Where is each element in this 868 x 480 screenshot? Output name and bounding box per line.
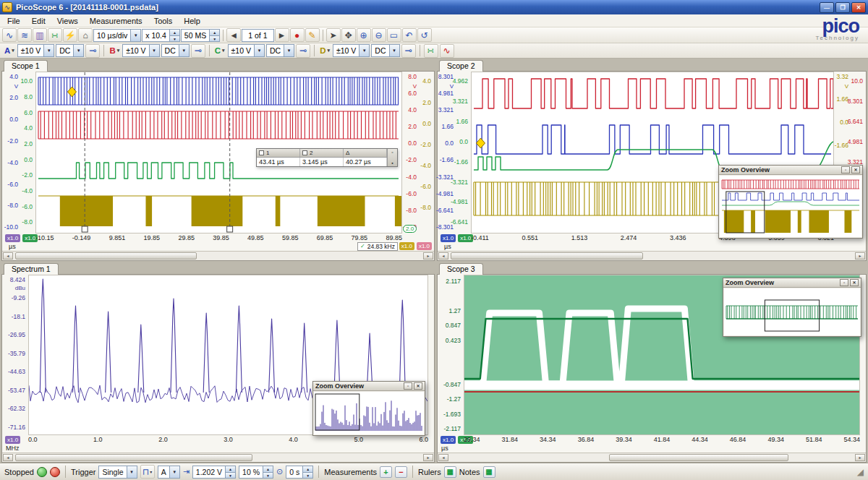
scroll-left-button[interactable]: ◄ bbox=[438, 454, 448, 461]
scope2-scrollbar[interactable]: ◄ ► bbox=[438, 251, 866, 260]
chevron-down-icon[interactable]: ▾ bbox=[127, 466, 137, 478]
close-icon[interactable]: ✕ bbox=[851, 166, 860, 173]
minimize-icon[interactable]: ▫ bbox=[404, 382, 412, 390]
spectrum1-zoom-overview[interactable]: Zoom Overview ▫ ✕ bbox=[312, 381, 425, 436]
home-button[interactable]: ⌂ bbox=[78, 28, 93, 42]
zoom-window-button[interactable]: ▭ bbox=[387, 28, 401, 42]
menu-file[interactable]: File bbox=[1, 16, 26, 26]
chevron-down-icon[interactable]: ▾ bbox=[254, 45, 264, 56]
scroll-right-button[interactable]: ► bbox=[423, 252, 433, 260]
tab-spectrum1[interactable]: Spectrum 1 bbox=[4, 263, 59, 275]
spin-up-icon[interactable]: ▲ bbox=[226, 466, 235, 472]
chevron-down-icon[interactable]: ▾ bbox=[179, 45, 189, 56]
trigger-edge-button[interactable]: ⊓▾ bbox=[140, 465, 155, 479]
select-tool-button[interactable]: ➤ bbox=[326, 28, 341, 42]
menu-measurements[interactable]: Measurements bbox=[84, 16, 148, 26]
spectrum-view-button[interactable]: ▥ bbox=[33, 28, 47, 42]
scroll-right-button[interactable]: ► bbox=[855, 252, 865, 260]
zoom-scale-badge[interactable]: x1.0 bbox=[399, 242, 414, 250]
scope1-scrollbar[interactable]: ◄ ► bbox=[2, 251, 434, 260]
spectrum1-zoom-overview-body[interactable] bbox=[314, 392, 424, 434]
close-icon[interactable]: ✕ bbox=[850, 279, 859, 286]
channel-b-coupling-dropdown[interactable]: DC▾ bbox=[161, 44, 190, 57]
scroll-left-button[interactable]: ◄ bbox=[438, 252, 448, 260]
channel-a-options-button[interactable]: ⊸ bbox=[85, 44, 100, 58]
record-button[interactable]: ● bbox=[290, 28, 305, 42]
menu-edit[interactable]: Edit bbox=[26, 16, 51, 26]
undo-zoom-button[interactable]: ↶ bbox=[402, 28, 417, 42]
channel-b-range-dropdown[interactable]: ±10 V▾ bbox=[122, 44, 159, 57]
zoom-out-button[interactable]: ⊖ bbox=[372, 28, 386, 42]
minimize-button[interactable]: — bbox=[820, 2, 834, 13]
add-measurement-button[interactable]: + bbox=[380, 466, 392, 478]
tab-scope3[interactable]: Scope 3 bbox=[439, 263, 483, 275]
tab-scope1[interactable]: Scope 1 bbox=[4, 60, 48, 72]
minimize-icon[interactable]: ▫ bbox=[841, 166, 850, 173]
trigger-level-spinner[interactable]: 1.202 V▲▼ bbox=[192, 466, 236, 479]
scope2-zoom-overview-body[interactable] bbox=[720, 176, 861, 237]
zoom-scale-badge[interactable]: x1.0 bbox=[441, 436, 456, 444]
channel-c-options-button[interactable]: ⊸ bbox=[296, 44, 310, 58]
ruler-box-minimize[interactable]: ▫ bbox=[391, 150, 393, 155]
notes-panel-button[interactable]: ▦ bbox=[483, 466, 495, 478]
channel-a-button[interactable]: A▾ bbox=[3, 46, 16, 55]
zoom-scale-badge[interactable]: x1.0 bbox=[5, 234, 20, 242]
scroll-right-button[interactable]: ► bbox=[855, 454, 865, 461]
close-icon[interactable]: ✕ bbox=[414, 382, 422, 390]
scope1-trigger-marker[interactable]: 2.0 bbox=[403, 225, 417, 233]
scope3-scrollbar[interactable]: ◄ ► bbox=[438, 453, 866, 462]
scroll-left-button[interactable]: ◄ bbox=[3, 252, 13, 260]
spin-up-icon[interactable]: ▲ bbox=[210, 30, 219, 35]
start-button[interactable] bbox=[37, 467, 47, 477]
scope2-zoom-overview[interactable]: Zoom Overview ▫ ✕ bbox=[718, 165, 863, 239]
chevron-down-icon[interactable]: ▾ bbox=[149, 45, 159, 56]
scope3-zoom-overview-body[interactable] bbox=[724, 288, 860, 335]
channel-d-range-dropdown[interactable]: ±10 V▾ bbox=[333, 44, 370, 57]
chevron-down-icon[interactable]: ▾ bbox=[389, 45, 399, 56]
trigger-source-dropdown[interactable]: A▾ bbox=[158, 466, 180, 479]
stop-button[interactable] bbox=[50, 467, 60, 477]
persistence-view-button[interactable]: ≋ bbox=[17, 28, 32, 42]
spin-down-icon[interactable]: ▼ bbox=[303, 472, 312, 478]
menu-views[interactable]: Views bbox=[51, 16, 84, 26]
scope1-ruler-box[interactable]: 1 2 Δ 43.41 µs 3.145 µs 40.27 µs bbox=[256, 148, 398, 167]
scrollbar-thumb[interactable] bbox=[609, 454, 789, 461]
chevron-down-icon[interactable]: ▾ bbox=[73, 45, 83, 56]
spectrum1-scrollbar[interactable]: ◄ ► bbox=[2, 453, 434, 462]
prev-page-button[interactable]: ◄ bbox=[226, 28, 241, 42]
maximize-button[interactable]: ❐ bbox=[835, 2, 850, 13]
zoom-in-button[interactable]: ⊕ bbox=[357, 28, 371, 42]
close-button[interactable]: ✕ bbox=[851, 2, 866, 13]
chevron-down-icon[interactable]: ▾ bbox=[284, 45, 294, 56]
tab-scope2[interactable]: Scope 2 bbox=[439, 60, 483, 72]
minimize-icon[interactable]: ▫ bbox=[840, 279, 848, 286]
channel-c-coupling-dropdown[interactable]: DC▾ bbox=[266, 44, 294, 57]
channel-a-coupling-dropdown[interactable]: DC▾ bbox=[56, 44, 84, 57]
chevron-down-icon[interactable]: ▾ bbox=[359, 45, 369, 56]
channel-d-button[interactable]: D▾ bbox=[318, 46, 331, 55]
spin-up-icon[interactable]: ▲ bbox=[303, 466, 312, 472]
spin-up-icon[interactable]: ▲ bbox=[263, 466, 273, 472]
signal-generator-button[interactable]: ∿ bbox=[440, 44, 454, 58]
channel-b-button[interactable]: B▾ bbox=[108, 46, 121, 55]
xy-mode-button[interactable]: ∺ bbox=[424, 44, 438, 58]
chevron-down-icon[interactable]: ▾ bbox=[43, 45, 54, 56]
xy-view-button[interactable]: ∺ bbox=[48, 28, 62, 42]
channel-c-button[interactable]: C▾ bbox=[213, 46, 226, 55]
pen-button[interactable]: ✎ bbox=[305, 28, 320, 42]
trigger-mode-dropdown[interactable]: Single▾ bbox=[98, 466, 137, 479]
channel-b-options-button[interactable]: ⊸ bbox=[191, 44, 205, 58]
scroll-right-button[interactable]: ► bbox=[423, 454, 433, 461]
zoom-factor-spinner[interactable]: x 10.4▲▼ bbox=[142, 29, 180, 42]
zoom-scale-badge[interactable]: x1.0 bbox=[5, 436, 20, 444]
scope3-zoom-overview[interactable]: Zoom Overview ▫ ✕ bbox=[723, 278, 861, 337]
spin-down-icon[interactable]: ▼ bbox=[210, 35, 219, 41]
scrollbar-thumb[interactable] bbox=[15, 252, 197, 260]
timebase-dropdown[interactable]: 10 µs/div▾ bbox=[93, 29, 141, 42]
scroll-left-button[interactable]: ◄ bbox=[3, 454, 13, 461]
channel-d-options-button[interactable]: ⊸ bbox=[401, 44, 416, 58]
scope1-plot[interactable]: 1 2 Δ 43.41 µs 3.145 µs 40.27 µs bbox=[35, 72, 402, 233]
spin-up-icon[interactable]: ▲ bbox=[170, 30, 179, 35]
pre-trigger-spinner[interactable]: 10 %▲▼ bbox=[239, 466, 273, 479]
channel-a-range-dropdown[interactable]: ±10 V▾ bbox=[17, 44, 54, 57]
